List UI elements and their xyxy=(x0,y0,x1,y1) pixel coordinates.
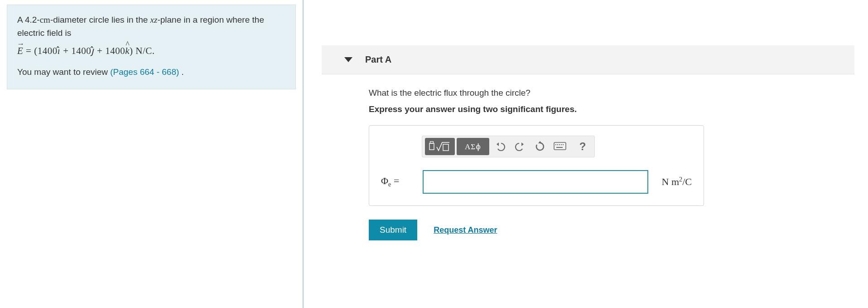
phi-label: Φe = xyxy=(381,175,419,188)
text-frag: . xyxy=(179,67,184,77)
text-frag: You may want to review xyxy=(17,67,110,77)
answer-panel: Part A What is the electric flux through… xyxy=(304,0,868,308)
svg-rect-9 xyxy=(556,147,563,148)
reset-button[interactable] xyxy=(531,138,549,155)
text-frag: -diameter circle lies in the xyxy=(50,15,150,24)
text-frag: ̂ + 1400 xyxy=(60,45,91,56)
svg-rect-4 xyxy=(555,144,556,145)
svg-rect-2 xyxy=(443,144,448,151)
submit-button[interactable]: Submit xyxy=(369,220,417,240)
answer-box: ΑΣϕ ? xyxy=(369,125,704,206)
problem-panel: A 4.2-cm-diameter circle lies in the xz-… xyxy=(0,0,304,308)
problem-text: A 4.2-cm-diameter circle lies in the xz-… xyxy=(17,13,285,40)
actions-row: Submit Request Answer xyxy=(369,220,841,240)
text-frag: = (1400 xyxy=(23,45,57,56)
request-answer-link[interactable]: Request Answer xyxy=(434,225,497,235)
keyboard-icon xyxy=(554,142,566,151)
unit-cm: cm xyxy=(40,15,50,24)
text-frag: ) N/C. xyxy=(130,45,155,56)
keyboard-button[interactable] xyxy=(551,138,569,155)
caret-down-icon xyxy=(344,57,352,62)
text-frag: ̂ + 1400 xyxy=(94,45,125,56)
template-fraction-button[interactable] xyxy=(425,138,455,155)
reset-icon xyxy=(535,141,545,152)
greek-letters-button[interactable]: ΑΣϕ xyxy=(457,138,489,155)
part-header[interactable]: Part A xyxy=(322,45,854,74)
phi-symbol: Φ xyxy=(381,175,388,186)
svg-rect-8 xyxy=(563,144,564,145)
part-body: What is the electric flux through the ci… xyxy=(322,74,854,254)
problem-statement: A 4.2-cm-diameter circle lies in the xz-… xyxy=(7,5,296,89)
svg-rect-6 xyxy=(559,144,560,145)
redo-icon xyxy=(515,142,526,152)
answer-input[interactable] xyxy=(423,170,648,194)
svg-rect-3 xyxy=(554,142,566,150)
answer-row: Φe = N m2/C xyxy=(381,170,692,194)
question-text: What is the electric flux through the ci… xyxy=(369,88,841,98)
equation-toolbar: ΑΣϕ ? xyxy=(422,136,595,157)
redo-button[interactable] xyxy=(511,138,529,155)
unit-k: k xyxy=(125,44,130,59)
help-button[interactable]: ? xyxy=(574,138,592,155)
fraction-root-icon xyxy=(429,141,451,152)
instruction-text: Express your answer using two significan… xyxy=(369,104,841,114)
review-line: You may want to review (Pages 664 - 668)… xyxy=(17,65,285,78)
text-frag: A 4.2- xyxy=(17,15,40,24)
undo-icon xyxy=(495,142,506,152)
equals: = xyxy=(391,175,399,186)
pages-link[interactable]: (Pages 664 - 668) xyxy=(110,67,179,77)
undo-button[interactable] xyxy=(491,138,509,155)
equation: E = (1400ı̂ + 1400ȷ̂ + 1400k) N/C. xyxy=(17,44,285,59)
plane-var: xz xyxy=(150,15,158,24)
svg-rect-7 xyxy=(561,144,562,145)
svg-rect-0 xyxy=(429,143,434,150)
vector-E: E xyxy=(17,44,23,59)
unit-label: N m2/C xyxy=(662,176,692,188)
part-title: Part A xyxy=(365,54,391,65)
svg-rect-5 xyxy=(557,144,558,145)
